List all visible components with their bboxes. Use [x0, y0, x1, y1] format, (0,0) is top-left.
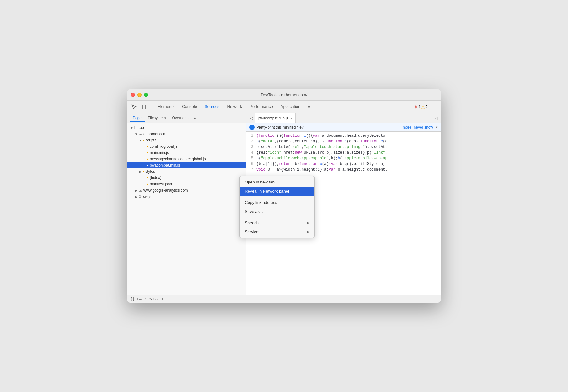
tab-performance[interactable]: Performance: [246, 102, 276, 111]
tree-label: comlink.global.js: [150, 144, 177, 149]
list-item[interactable]: ▪ (index): [127, 175, 246, 181]
list-item[interactable]: ▼ ☐ top: [127, 124, 246, 131]
editor-tab-nav-right[interactable]: ◁: [432, 114, 440, 122]
editor-tab-nav-left[interactable]: ◁: [248, 114, 255, 122]
window-title: DevTools - airhorner.com/: [261, 93, 307, 97]
list-item[interactable]: ▪ main.min.js: [127, 150, 246, 156]
devtools-window: DevTools - airhorner.com/ Elements Conso…: [127, 89, 441, 303]
line-content: void 0===a?{width:1,height:1}:a;var b=a.…: [256, 167, 441, 172]
close-button[interactable]: [131, 93, 135, 97]
toolbar-tabs: Elements Console Sources Network Perform…: [154, 102, 413, 111]
toolbar-more-button[interactable]: ⋮: [430, 103, 438, 111]
line-number: 3: [246, 144, 256, 150]
titlebar: DevTools - airhorner.com/: [127, 89, 441, 101]
context-menu-item-reveal[interactable]: Reveal in Network panel: [240, 187, 314, 196]
warning-icon: △: [421, 104, 425, 109]
submenu-arrow-icon: ▶: [307, 230, 309, 234]
info-icon: i: [249, 125, 255, 130]
tab-elements[interactable]: Elements: [154, 102, 178, 111]
file-icon: ▪: [147, 151, 148, 155]
line-number: 2: [246, 139, 256, 144]
editor-tab[interactable]: pwacompat.min.js ×: [255, 113, 296, 123]
sidebar: Page Filesystem Overrides » ⋮ ▼ ☐ top ▼: [127, 113, 246, 295]
status-position: Line 1, Column 1: [137, 297, 163, 301]
tab-console[interactable]: Console: [178, 102, 201, 111]
device-icon[interactable]: [140, 103, 148, 111]
traffic-lights: [131, 93, 148, 97]
tree-label: main.min.js: [150, 151, 169, 155]
svg-rect-0: [142, 105, 146, 109]
tree-arrow-spacer: [143, 164, 147, 167]
line-content: p("meta",{name:a,content:b}))}function n…: [256, 139, 441, 144]
list-item[interactable]: ▪ comlink.global.js: [127, 143, 246, 150]
checkbox-icon: ☐: [134, 125, 137, 130]
tree-arrow-spacer: [143, 183, 147, 186]
cloud-icon: ☁: [138, 188, 142, 193]
list-item[interactable]: ▶ ▪ styles: [127, 168, 246, 175]
list-item[interactable]: ▪ pwacompat.min.js: [127, 162, 246, 168]
code-line-4: 4 {rel:"icon",href:new URL(a.src,b),size…: [246, 150, 441, 156]
context-menu-item-services[interactable]: Services ▶: [240, 227, 314, 236]
sidebar-tab-page[interactable]: Page: [130, 114, 145, 122]
tab-more[interactable]: »: [304, 102, 314, 111]
context-menu-item-copy[interactable]: Copy link address: [240, 198, 314, 207]
tree-label: messagechanneladapter.global.js: [150, 157, 206, 161]
tree-arrow-icon: ▼: [134, 132, 138, 136]
list-item[interactable]: ▶ ☁ www.google-analytics.com: [127, 187, 246, 193]
warning-count: 2: [426, 105, 428, 109]
main-content: Page Filesystem Overrides » ⋮ ▼ ☐ top ▼: [127, 113, 441, 295]
cloud-icon: ☁: [138, 132, 142, 136]
tab-network[interactable]: Network: [223, 102, 246, 111]
sidebar-tab-overrides[interactable]: Overrides: [169, 114, 191, 122]
tree-arrow-icon: ▶: [134, 189, 138, 192]
file-icon: ▪: [147, 144, 148, 149]
tree-arrow-spacer: [143, 151, 147, 155]
line-number: 6: [246, 161, 256, 167]
pretty-print-message: Pretty-print this minified file?: [256, 125, 304, 130]
list-item[interactable]: ▪ messagechanneladapter.global.js: [127, 156, 246, 162]
maximize-button[interactable]: [144, 93, 148, 97]
tab-application[interactable]: Application: [277, 102, 304, 111]
code-line-1: 1 (function(){function l(){var a=documen…: [246, 133, 441, 139]
tree-label: www.google-analytics.com: [143, 188, 188, 193]
list-item[interactable]: ▶ ⚙ sw.js: [127, 193, 246, 200]
context-menu-item-save[interactable]: Save as...: [240, 207, 314, 216]
pretty-print-more-link[interactable]: more: [403, 125, 411, 130]
editor-tabs: ◁ pwacompat.min.js × ◁: [246, 113, 441, 123]
code-line-2: 2 p("meta",{name:a,content:b}))}function…: [246, 139, 441, 144]
minimize-button[interactable]: [137, 93, 142, 97]
status-bar: {} Line 1, Column 1: [127, 295, 441, 303]
inspect-icon[interactable]: [130, 103, 138, 111]
list-item[interactable]: ▼ ▪ scripts: [127, 137, 246, 143]
pretty-print-toggle[interactable]: {}: [130, 297, 135, 301]
toolbar-divider: [151, 104, 151, 110]
submenu-arrow-icon: ▶: [307, 221, 309, 225]
tree-label: (index): [150, 176, 161, 180]
sidebar-tabs: Page Filesystem Overrides » ⋮: [127, 113, 246, 123]
tree-label: scripts: [145, 138, 156, 142]
error-icon: ⊗: [414, 104, 418, 109]
list-item[interactable]: ▼ ☁ airhorner.com: [127, 131, 246, 137]
code-line-7: 7 void 0===a?{width:1,height:1}:a;var b=…: [246, 167, 441, 172]
context-menu-separator-2: [240, 217, 314, 217]
code-line-3: 3 b.setAttribute("rel","apple-touch-star…: [246, 144, 441, 150]
editor-tab-close[interactable]: ×: [290, 116, 292, 120]
tree-arrow-spacer: [143, 157, 147, 161]
pretty-print-never-link[interactable]: never show: [414, 125, 433, 130]
tree-arrow-icon: ▶: [138, 170, 143, 173]
context-menu-item-open[interactable]: Open in new tab: [240, 177, 314, 187]
line-content: h("apple-mobile-web-app-capable",k);h("a…: [256, 156, 441, 161]
sidebar-tab-filesystem[interactable]: Filesystem: [145, 114, 169, 122]
pretty-print-close-btn[interactable]: ×: [436, 125, 438, 130]
tree-arrow-icon: ▼: [130, 126, 134, 130]
tree-label: styles: [145, 169, 155, 174]
line-content: {rel:"icon",href:new URL(a.src,b),sizes:…: [256, 150, 441, 156]
line-content: b.setAttribute("rel","apple-touch-startu…: [256, 144, 441, 150]
list-item[interactable]: ▪ manifest.json: [127, 181, 246, 187]
context-menu-item-speech[interactable]: Speech ▶: [240, 218, 314, 227]
line-number: 1: [246, 133, 256, 139]
toolbar: Elements Console Sources Network Perform…: [127, 101, 441, 113]
sidebar-tab-more[interactable]: »: [191, 115, 197, 122]
tab-sources[interactable]: Sources: [201, 102, 223, 111]
sidebar-action-dots[interactable]: ⋮: [197, 114, 205, 122]
